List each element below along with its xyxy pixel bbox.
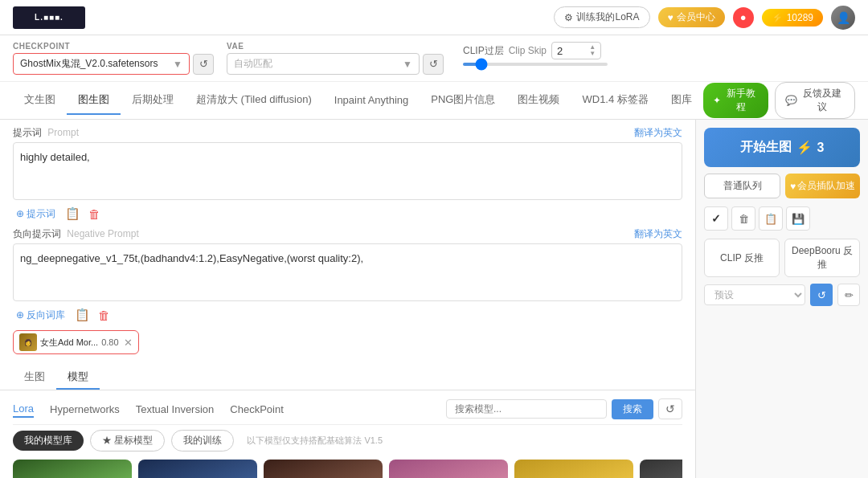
chevron-down-icon: ▼ [173, 59, 182, 70]
vae-chevron-icon: ▼ [403, 59, 412, 70]
save-button[interactable]: 💾 [786, 206, 810, 231]
heart-icon: ♥ [668, 12, 674, 23]
sub-tab-model[interactable]: 模型 [56, 366, 100, 390]
logo-text: L.■■■. [35, 13, 63, 22]
pill-my-training[interactable]: 我的训练 [171, 430, 234, 451]
avatar-icon: 👤 [837, 11, 850, 24]
checkpoint-group: CHECKPOINT GhostMix鬼混_V2.0.safetensors ▼… [13, 42, 214, 75]
preset-edit-button[interactable]: ✏ [837, 284, 860, 306]
vae-reset-button[interactable]: ↺ [423, 54, 444, 75]
queue-normal-button[interactable]: 普通队列 [704, 174, 780, 198]
pill-starred[interactable]: ★ 星标模型 [90, 430, 165, 451]
negative-prompt-label: 负向提示词 Negative Prompt [13, 227, 139, 241]
model-tab-lora[interactable]: Lora [13, 401, 34, 418]
sub-tab-shengtu[interactable]: 生图 [13, 366, 56, 390]
model-card-0[interactable]: 🌿 [13, 460, 132, 478]
member-label: 会员中心 [677, 10, 715, 24]
tab-tiled[interactable]: 超清放大 (Tiled diffusion) [185, 86, 323, 115]
notification-icon: ● [740, 11, 747, 23]
vae-select[interactable]: 自动匹配 ▼ [227, 53, 420, 75]
add-negative-button[interactable]: ⊕ 反向词库 [13, 307, 68, 324]
header: L.■■■. ⚙ 训练我的LoRA ♥ 会员中心 ● ⚡ 10289 👤 [0, 0, 868, 35]
tab-inpaint[interactable]: Inpaint Anything [323, 88, 420, 114]
copy-prompt-button[interactable]: 📋 [63, 205, 82, 223]
tab-video[interactable]: 图生视频 [506, 86, 571, 115]
model-card-4[interactable]: ⭐ [514, 460, 633, 478]
clear-prompt-button[interactable]: 🗑 [87, 206, 102, 223]
copy-button[interactable]: 📋 [759, 206, 783, 231]
notification-button[interactable]: ● [733, 7, 754, 28]
model-card-1[interactable]: 🏙 [138, 460, 257, 478]
left-panel: 提示词 Prompt 翻译为英文 highly detailed, ⊕ 提示词 … [0, 120, 695, 478]
note-text: 以下模型仅支持搭配基础算法 V1.5 [247, 435, 383, 447]
lightning-icon: ⚡ [772, 12, 784, 23]
positive-prompt-label: 提示词 Prompt [13, 126, 79, 140]
vae-value: 自动匹配 [234, 57, 272, 71]
trash-button[interactable]: 🗑 [731, 206, 755, 231]
lora-tag-value: 0.80 [101, 337, 118, 347]
checkpoint-select[interactable]: GhostMix鬼混_V2.0.safetensors ▼ [13, 53, 190, 75]
check-button[interactable]: ✓ [704, 206, 728, 231]
clip-group: CLIP过层 Clip Skip 2 ▲ ▼ [463, 42, 608, 66]
generate-button[interactable]: 开始生图 ⚡ 3 [704, 128, 860, 167]
tutorial-button[interactable]: ✦ 新手教程 [703, 83, 769, 118]
feedback-button[interactable]: 💬 反馈及建议 [775, 82, 855, 119]
lightning-button[interactable]: ⚡ 10289 [762, 9, 823, 27]
lora-tag[interactable]: 👩 女生Add Mor... 0.80 ✕ [13, 330, 139, 354]
deepbooru-button[interactable]: DeepBooru 反推 [784, 239, 860, 277]
clip-num-input[interactable]: 2 ▲ ▼ [551, 42, 601, 59]
add-prompt-button[interactable]: ⊕ 提示词 [13, 206, 59, 223]
model-card-3[interactable]: 🌸 [389, 460, 508, 478]
tab-gallery[interactable]: 图库 [660, 86, 703, 115]
checkpoint-reset-button[interactable]: ↺ [193, 54, 214, 75]
preset-select[interactable]: 预设 [704, 284, 805, 305]
tab-tushengtu[interactable]: 图生图 [67, 86, 121, 115]
clip-arrows[interactable]: ▲ ▼ [589, 44, 596, 57]
avatar[interactable]: 👤 [831, 6, 855, 30]
model-card-5[interactable]: ⚙ [640, 460, 682, 478]
right-panel: 开始生图 ⚡ 3 普通队列 ♥ 会员插队加速 ✓ 🗑 📋 💾 CLIP 反推 D… [695, 120, 868, 478]
lora-thumbnail: 👩 [19, 333, 37, 351]
pill-my-models[interactable]: 我的模型库 [13, 431, 84, 451]
negative-prompt-textarea[interactable]: ng_deepnegative_v1_75t,(badhandv4:1.2),E… [13, 243, 682, 301]
positive-prompt-block: 提示词 Prompt 翻译为英文 highly detailed, ⊕ 提示词 … [13, 126, 682, 223]
icon-action-row: ✓ 🗑 📋 💾 [704, 205, 860, 232]
clear-negative-button[interactable]: 🗑 [96, 307, 112, 324]
lora-tags: 👩 女生Add Mor... 0.80 ✕ [13, 329, 682, 356]
tab-houqi[interactable]: 后期处理 [121, 86, 185, 115]
model-tab-hypernetworks[interactable]: Hypernetworks [50, 402, 120, 417]
chat-icon: 💬 [785, 95, 797, 106]
train-icon: ⚙ [564, 12, 573, 23]
clip-slider[interactable] [463, 63, 608, 66]
model-refresh-button[interactable]: ↺ [658, 398, 682, 419]
negative-prompt-actions: ⊕ 反向词库 📋 🗑 [13, 306, 682, 324]
tab-wd[interactable]: WD1.4 标签器 [571, 86, 659, 115]
model-tab-checkpoint[interactable]: CheckPoint [230, 402, 283, 417]
preset-refresh-button[interactable]: ↺ [810, 284, 833, 306]
model-tab-textual-inversion[interactable]: Textual Inversion [136, 402, 215, 417]
model-grid: 🌿 🏙 👩 🌸 ⭐ ⚙ [13, 456, 682, 478]
lightning-count: 10289 [787, 12, 813, 23]
queue-member-button[interactable]: ♥ 会员插队加速 [785, 174, 860, 198]
model-card-2[interactable]: 👩 [264, 460, 383, 478]
copy-negative-button[interactable]: 📋 [73, 306, 92, 324]
tab-png[interactable]: PNG图片信息 [420, 86, 506, 115]
clip-skip-label: Clip Skip [509, 45, 547, 56]
vae-label: VAE [227, 42, 444, 51]
tab-wenshengtu[interactable]: 文生图 [13, 86, 67, 115]
checkpoint-label: CHECKPOINT [13, 42, 214, 51]
down-arrow-icon[interactable]: ▼ [589, 51, 596, 57]
positive-translate-link[interactable]: 翻译为英文 [634, 126, 682, 140]
queue-row: 普通队列 ♥ 会员插队加速 [704, 174, 860, 198]
clip-actions-row: CLIP 反推 DeepBooru 反推 [704, 239, 860, 277]
negative-translate-link[interactable]: 翻译为英文 [634, 227, 682, 241]
feedback-label: 反馈及建议 [800, 87, 845, 114]
positive-prompt-textarea[interactable]: highly detailed, [13, 142, 682, 200]
model-search-button[interactable]: 搜索 [612, 399, 653, 419]
member-center-button[interactable]: ♥ 会员中心 [658, 7, 725, 27]
clip-slider-row [463, 63, 608, 66]
train-lora-button[interactable]: ⚙ 训练我的LoRA [554, 6, 649, 28]
model-search-input[interactable] [446, 399, 607, 419]
clip-button[interactable]: CLIP 反推 [704, 239, 780, 277]
lora-close-icon[interactable]: ✕ [124, 337, 133, 349]
